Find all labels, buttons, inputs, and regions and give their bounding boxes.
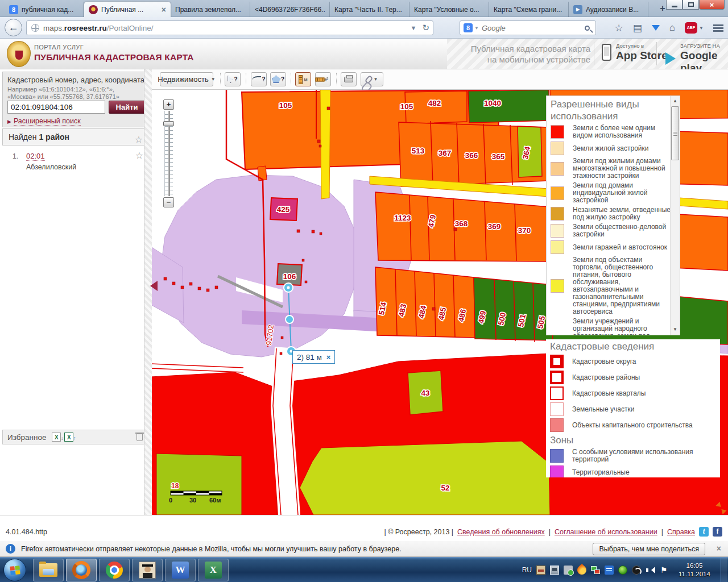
browser-tab[interactable]: <4D6963726F736F66... (250, 2, 330, 17)
print-button[interactable] (341, 72, 357, 86)
browser-tab[interactable]: 8публичная кад... (5, 2, 84, 17)
measure-area-button[interactable]: м² (315, 72, 331, 86)
map-canvas[interactable]: 1803060м 1051054821040513367366365364112… (151, 90, 728, 515)
tray-antivirus-icon[interactable] (618, 566, 627, 575)
notification-close-icon[interactable]: × (717, 544, 721, 553)
tray-archive-icon[interactable] (536, 566, 545, 575)
zoom-out-button[interactable]: − (163, 197, 174, 207)
tray-updater-icon[interactable] (632, 566, 641, 575)
tray-app-icon[interactable] (605, 566, 614, 575)
browser-tab[interactable]: Публичная ...× (84, 2, 171, 17)
twitter-icon[interactable]: t (699, 527, 709, 537)
search-engine-icon[interactable]: 8 (464, 23, 473, 32)
result-code-link[interactable]: 02:01 (26, 152, 45, 161)
footer-link[interactable]: Справка (667, 528, 695, 536)
favorite-star-icon[interactable]: ☆ (135, 132, 143, 148)
taskbar-clock[interactable]: 16:0511.11.2014 (673, 562, 716, 579)
sidebar-splitter[interactable] (144, 69, 152, 515)
realty-dropdown[interactable]: Недвижимость▼ (160, 72, 213, 86)
volume-icon[interactable] (646, 566, 655, 575)
adblock-caret-icon[interactable]: ▼ (699, 26, 704, 31)
window-controls: × (666, 0, 725, 10)
tray-usb-icon[interactable] (564, 566, 573, 575)
export-excel-icon[interactable]: X↓ (52, 433, 61, 442)
taskbar-chrome-button[interactable] (99, 559, 130, 581)
windows-flag-icon (10, 566, 20, 575)
parcel-row3-orange[interactable] (375, 267, 475, 338)
legend-swatch (551, 207, 564, 221)
collapse-sidebar-icon[interactable] (145, 281, 158, 291)
bookmarks-menu-icon[interactable]: ▤ (633, 22, 642, 34)
area-52[interactable] (300, 441, 550, 515)
reload-icon[interactable]: ↻ (422, 23, 429, 33)
measure-length-button[interactable]: м (295, 72, 311, 86)
cadastral-number-input[interactable] (7, 101, 105, 114)
zoom-in-button[interactable]: + (163, 99, 174, 110)
import-excel-icon[interactable]: X↑ (64, 433, 73, 442)
browser-tab[interactable]: Карта "Часть II. Тер... (330, 2, 410, 17)
footer-link[interactable]: Соглашение об использовании (555, 528, 657, 536)
back-button[interactable]: ← (5, 19, 22, 36)
maximize-button[interactable] (682, 0, 699, 10)
browser-tab-bar: 8публичная кад...Публичная ...×Правила з… (0, 0, 728, 17)
measure-close-icon[interactable]: × (326, 353, 331, 361)
home-icon[interactable]: ⌂ (669, 22, 675, 34)
taskbar-word-button[interactable]: W (165, 559, 196, 581)
excel-icon: X (205, 562, 222, 579)
result-item[interactable]: 1. 02:01 Абзелиловский ☆ (2, 147, 148, 177)
trash-icon[interactable] (136, 434, 143, 441)
parcel-1040[interactable] (468, 90, 550, 123)
show-desktop-button[interactable] (721, 558, 727, 582)
parcel-482[interactable] (405, 91, 467, 124)
adblock-icon[interactable]: ABP (685, 22, 697, 34)
mobile-promo: Публичная кадастровая картана мобильном … (447, 39, 728, 69)
share-link-button[interactable]: ▼ (361, 72, 383, 86)
advanced-search-link[interactable]: ▶Расширенный поиск (7, 117, 81, 125)
taskbar-explorer-button[interactable] (33, 559, 64, 581)
scroll-down-icon[interactable]: ▼ (671, 325, 680, 334)
url-dropdown-icon[interactable]: ▼ (411, 24, 417, 31)
legend-item-label: Кадастровые кварталы (572, 390, 646, 397)
bookmark-star-icon[interactable]: ☆ (614, 22, 623, 34)
zoom-slider-thumb[interactable] (163, 121, 174, 126)
notification-choose-button[interactable]: Выбрать, чем мне поделиться (593, 543, 705, 555)
scroll-up-icon[interactable]: ▲ (671, 97, 680, 106)
browser-tab[interactable]: Карта "Условные о... (410, 2, 489, 17)
tray-download-master-icon[interactable] (576, 564, 589, 577)
legend-swatch (551, 125, 564, 139)
identify-area-tool-button[interactable]: ? (270, 72, 286, 86)
browser-tab[interactable]: Правила землепол... (171, 2, 250, 17)
scale-bar (171, 491, 222, 495)
identify-line-tool-button[interactable]: ? (251, 72, 267, 86)
downloads-icon[interactable] (652, 25, 660, 35)
menu-icon[interactable] (713, 24, 723, 32)
tray-monitors-icon[interactable] (591, 566, 600, 575)
favorite-star-icon[interactable]: ☆ (135, 150, 143, 161)
search-input[interactable] (482, 24, 585, 32)
start-button[interactable] (3, 559, 26, 581)
browser-tab[interactable]: Карта "Схема грани... (489, 2, 569, 17)
engine-dropdown-icon[interactable]: ▼ (474, 26, 479, 31)
taskbar-excel-button[interactable]: X (198, 559, 229, 581)
legend-scrollbar[interactable]: ▲ ▼ (670, 96, 680, 335)
tab-close-icon[interactable]: × (162, 5, 166, 14)
search-icon[interactable] (585, 26, 590, 31)
tray-network-icon[interactable] (550, 566, 559, 575)
identify-tool-button[interactable]: ? (225, 72, 241, 86)
taskbar-firefox-button[interactable] (66, 559, 97, 581)
find-button[interactable]: Найти (109, 101, 145, 114)
minimize-button[interactable] (666, 0, 682, 10)
resize-map-icon[interactable] (717, 504, 726, 513)
appstore-badge[interactable]: Доступно вApp Store (602, 43, 668, 62)
browser-tab[interactable]: ▶Аудиозаписи В... (569, 2, 648, 17)
url-bar[interactable]: maps.rosreestr.ru/PortalOnline/ ▼ ↻ (26, 20, 433, 35)
scroll-thumb[interactable] (671, 106, 679, 160)
close-button[interactable]: × (699, 0, 725, 10)
taskbar-consultant-button[interactable] (132, 559, 163, 581)
action-center-flag-icon[interactable]: ⚑ (659, 566, 668, 575)
footer-link[interactable]: Сведения об обновлениях (457, 528, 545, 536)
language-indicator[interactable]: RU (522, 566, 532, 574)
parcel-olive-bottomleft[interactable] (156, 454, 242, 515)
search-bar[interactable]: 8 ▼ (460, 20, 596, 35)
facebook-icon[interactable]: f (713, 527, 722, 537)
